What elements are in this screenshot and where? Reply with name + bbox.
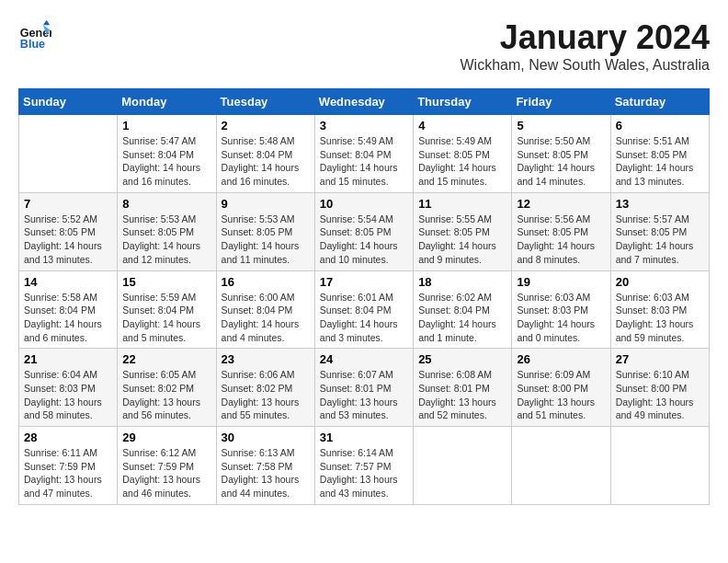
calendar-cell: 27Sunrise: 6:10 AMSunset: 8:00 PMDayligh… [610,349,709,427]
day-number: 26 [517,352,605,366]
calendar-cell: 1Sunrise: 5:47 AMSunset: 8:04 PMDaylight… [118,115,216,193]
calendar-cell [512,427,610,505]
calendar-cell: 25Sunrise: 6:08 AMSunset: 8:01 PMDayligh… [414,349,512,427]
day-number: 19 [517,275,605,289]
day-number: 27 [616,352,704,366]
day-number: 3 [320,119,408,132]
calendar-week-row: 7Sunrise: 5:52 AMSunset: 8:05 PMDaylight… [19,192,710,270]
day-number: 15 [122,275,210,289]
day-number: 18 [418,275,506,289]
day-number: 25 [418,352,506,366]
day-number: 23 [222,352,310,366]
day-info: Sunrise: 6:08 AMSunset: 8:01 PMDaylight:… [418,368,506,422]
day-number: 17 [320,275,408,289]
day-info: Sunrise: 6:01 AMSunset: 8:04 PMDaylight:… [320,291,408,345]
calendar-cell: 15Sunrise: 5:59 AMSunset: 8:04 PMDayligh… [118,270,216,349]
day-number: 24 [320,352,408,366]
day-info: Sunrise: 6:02 AMSunset: 8:04 PMDaylight:… [418,291,506,345]
calendar-cell: 20Sunrise: 6:03 AMSunset: 8:03 PMDayligh… [610,270,709,349]
logo-icon: General Blue [18,18,51,52]
calendar-cell: 30Sunrise: 6:13 AMSunset: 7:58 PMDayligh… [216,427,314,505]
day-info: Sunrise: 6:13 AMSunset: 7:58 PMDaylight:… [222,446,310,500]
calendar-cell: 24Sunrise: 6:07 AMSunset: 8:01 PMDayligh… [314,349,413,427]
weekday-header-row: SundayMondayTuesdayWednesdayThursdayFrid… [19,89,710,115]
day-info: Sunrise: 5:54 AMSunset: 8:05 PMDaylight:… [320,213,408,267]
day-number: 30 [222,431,310,444]
day-info: Sunrise: 6:12 AMSunset: 7:59 PMDaylight:… [122,446,210,500]
calendar-cell: 29Sunrise: 6:12 AMSunset: 7:59 PMDayligh… [118,427,216,505]
weekday-header-tuesday: Tuesday [216,89,314,115]
day-number: 5 [517,119,605,132]
day-info: Sunrise: 6:04 AMSunset: 8:03 PMDaylight:… [24,368,112,422]
day-number: 31 [320,431,408,444]
calendar-cell: 3Sunrise: 5:49 AMSunset: 8:04 PMDaylight… [314,115,413,193]
svg-marker-2 [43,20,50,25]
svg-text:Blue: Blue [20,38,45,51]
day-info: Sunrise: 6:03 AMSunset: 8:03 PMDaylight:… [616,291,704,345]
calendar-table: SundayMondayTuesdayWednesdayThursdayFrid… [18,88,710,505]
calendar-cell: 10Sunrise: 5:54 AMSunset: 8:05 PMDayligh… [314,192,413,270]
day-info: Sunrise: 6:06 AMSunset: 8:02 PMDaylight:… [222,368,310,422]
day-info: Sunrise: 5:53 AMSunset: 8:05 PMDaylight:… [222,213,310,267]
calendar-cell: 22Sunrise: 6:05 AMSunset: 8:02 PMDayligh… [118,349,216,427]
day-info: Sunrise: 6:00 AMSunset: 8:04 PMDaylight:… [222,291,310,345]
calendar-week-row: 21Sunrise: 6:04 AMSunset: 8:03 PMDayligh… [19,349,710,427]
day-number: 2 [222,119,310,132]
day-info: Sunrise: 5:53 AMSunset: 8:05 PMDaylight:… [122,213,210,267]
day-info: Sunrise: 6:07 AMSunset: 8:01 PMDaylight:… [320,368,408,422]
day-number: 28 [24,431,112,444]
calendar-week-row: 1Sunrise: 5:47 AMSunset: 8:04 PMDaylight… [19,115,710,193]
weekday-header-thursday: Thursday [414,89,512,115]
calendar-cell: 31Sunrise: 6:14 AMSunset: 7:57 PMDayligh… [314,427,413,505]
day-number: 6 [616,119,704,132]
day-info: Sunrise: 5:49 AMSunset: 8:04 PMDaylight:… [320,134,408,189]
day-number: 13 [616,197,704,211]
day-info: Sunrise: 6:03 AMSunset: 8:03 PMDaylight:… [517,291,605,345]
calendar-cell [414,427,512,505]
day-number: 16 [222,275,310,289]
calendar-cell: 18Sunrise: 6:02 AMSunset: 8:04 PMDayligh… [414,270,512,349]
day-info: Sunrise: 6:10 AMSunset: 8:00 PMDaylight:… [616,368,704,422]
calendar-cell: 28Sunrise: 6:11 AMSunset: 7:59 PMDayligh… [19,427,118,505]
calendar-week-row: 14Sunrise: 5:58 AMSunset: 8:04 PMDayligh… [19,270,710,349]
day-number: 10 [320,197,408,211]
calendar-cell: 8Sunrise: 5:53 AMSunset: 8:05 PMDaylight… [118,192,216,270]
day-info: Sunrise: 5:50 AMSunset: 8:05 PMDaylight:… [517,134,605,189]
page-header: General Blue January 2024 Wickham, New S… [18,18,710,74]
calendar-cell [610,427,709,505]
weekday-header-monday: Monday [118,89,216,115]
day-number: 20 [616,275,704,289]
day-info: Sunrise: 5:51 AMSunset: 8:05 PMDaylight:… [616,134,704,189]
day-info: Sunrise: 5:55 AMSunset: 8:05 PMDaylight:… [418,213,506,267]
day-info: Sunrise: 6:09 AMSunset: 8:00 PMDaylight:… [517,368,605,422]
day-info: Sunrise: 5:52 AMSunset: 8:05 PMDaylight:… [24,213,112,267]
calendar-cell: 2Sunrise: 5:48 AMSunset: 8:04 PMDaylight… [216,115,314,193]
calendar-cell: 5Sunrise: 5:50 AMSunset: 8:05 PMDaylight… [512,115,610,193]
calendar-cell: 16Sunrise: 6:00 AMSunset: 8:04 PMDayligh… [216,270,314,349]
calendar-cell: 11Sunrise: 5:55 AMSunset: 8:05 PMDayligh… [414,192,512,270]
calendar-cell: 23Sunrise: 6:06 AMSunset: 8:02 PMDayligh… [216,349,314,427]
day-info: Sunrise: 6:14 AMSunset: 7:57 PMDaylight:… [320,446,408,500]
logo: General Blue [18,18,55,52]
calendar-cell: 6Sunrise: 5:51 AMSunset: 8:05 PMDaylight… [610,115,709,193]
day-info: Sunrise: 6:11 AMSunset: 7:59 PMDaylight:… [24,446,112,500]
calendar-cell: 26Sunrise: 6:09 AMSunset: 8:00 PMDayligh… [512,349,610,427]
day-info: Sunrise: 5:48 AMSunset: 8:04 PMDaylight:… [222,134,310,189]
day-info: Sunrise: 5:59 AMSunset: 8:04 PMDaylight:… [122,291,210,345]
day-number: 14 [24,275,112,289]
calendar-cell: 17Sunrise: 6:01 AMSunset: 8:04 PMDayligh… [314,270,413,349]
weekday-header-saturday: Saturday [610,89,709,115]
weekday-header-wednesday: Wednesday [314,89,413,115]
day-number: 1 [122,119,210,132]
day-info: Sunrise: 5:49 AMSunset: 8:05 PMDaylight:… [418,134,506,189]
calendar-week-row: 28Sunrise: 6:11 AMSunset: 7:59 PMDayligh… [19,427,710,505]
location: Wickham, New South Wales, Australia [461,57,711,74]
day-number: 4 [418,119,506,132]
calendar-cell: 19Sunrise: 6:03 AMSunset: 8:03 PMDayligh… [512,270,610,349]
day-number: 8 [122,197,210,211]
day-info: Sunrise: 5:57 AMSunset: 8:05 PMDaylight:… [616,213,704,267]
day-number: 12 [517,197,605,211]
title-block: January 2024 Wickham, New South Wales, A… [461,18,711,74]
day-info: Sunrise: 5:47 AMSunset: 8:04 PMDaylight:… [122,134,210,189]
day-number: 21 [24,352,112,366]
